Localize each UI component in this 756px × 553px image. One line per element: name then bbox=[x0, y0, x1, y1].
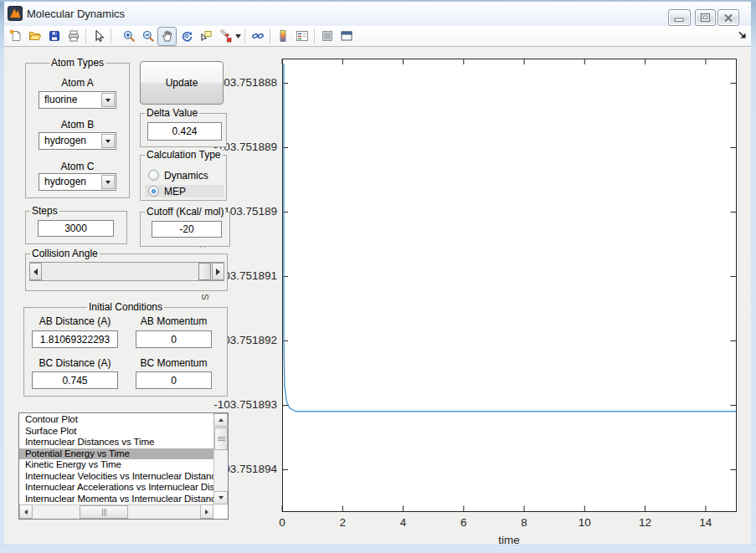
minimize-button[interactable] bbox=[668, 9, 691, 26]
x-tick-label: 10 bbox=[559, 516, 609, 529]
scroll-up-arrow[interactable] bbox=[213, 413, 228, 427]
scroll-down-arrow[interactable] bbox=[213, 491, 228, 504]
window-border-top bbox=[0, 0, 756, 2]
brush-dropdown-caret[interactable] bbox=[234, 27, 242, 46]
list-item[interactable]: Internuclear Accelerations vs Internucle… bbox=[19, 482, 213, 494]
radio-icon[interactable] bbox=[148, 170, 159, 181]
window-border-right bbox=[751, 0, 756, 553]
atom-b-label: Atom B bbox=[39, 119, 116, 131]
steps-field[interactable]: 3000 bbox=[38, 220, 114, 237]
horizontal-scrollbar[interactable] bbox=[19, 504, 213, 519]
window-border-bottom bbox=[0, 545, 756, 553]
x-tick-label: 14 bbox=[681, 516, 731, 529]
bc-momentum-field[interactable]: 0 bbox=[136, 371, 212, 389]
ab-momentum-label: AB Momentum bbox=[136, 315, 212, 327]
chevron-down-icon[interactable] bbox=[101, 134, 115, 148]
insert-legend-button[interactable] bbox=[292, 27, 311, 46]
chevron-down-icon[interactable] bbox=[101, 93, 115, 107]
radio-label: Dynamics bbox=[164, 170, 208, 182]
atom-c-label: Atom C bbox=[39, 161, 116, 172]
panel-title: Steps bbox=[30, 205, 59, 217]
delta-value-field[interactable]: 0.424 bbox=[147, 122, 222, 141]
atom-a-dropdown[interactable]: fluorine bbox=[39, 91, 116, 109]
toolbar-overflow-icon[interactable] bbox=[738, 30, 748, 40]
toolbar bbox=[4, 26, 751, 47]
list-item[interactable]: Internuclear Distances vs Time bbox=[19, 437, 213, 448]
window-border-left bbox=[0, 0, 4, 553]
zoom-out-button[interactable] bbox=[138, 27, 157, 46]
radio-icon-selected[interactable] bbox=[148, 186, 159, 197]
maximize-button[interactable] bbox=[695, 9, 716, 26]
atom-c-value: hydrogen bbox=[44, 176, 86, 187]
list-item[interactable]: Kinetic Energy vs Time bbox=[19, 459, 213, 471]
toolbar-separator bbox=[314, 28, 315, 44]
panel-title: Atom Types bbox=[49, 57, 105, 69]
slider-thumb[interactable] bbox=[198, 263, 211, 280]
radio-mep[interactable]: MEP bbox=[145, 185, 224, 197]
insert-colorbar-button[interactable] bbox=[273, 27, 292, 46]
scroll-right-arrow[interactable] bbox=[200, 504, 213, 519]
panel-title: Delta Value bbox=[145, 107, 199, 119]
matlab-icon bbox=[8, 6, 23, 21]
list-item[interactable]: Internuclear Velocities vs Internuclear … bbox=[19, 471, 213, 483]
print-figure-button[interactable] bbox=[64, 27, 83, 46]
update-button[interactable]: Update bbox=[140, 61, 224, 105]
zoom-in-button[interactable] bbox=[119, 27, 138, 46]
list-item[interactable]: Internuclear Momenta vs Internuclear Dis… bbox=[19, 494, 213, 505]
panel-title: Cutoff (Kcal/ mol) bbox=[145, 206, 225, 218]
horizontal-scroll-thumb[interactable] bbox=[80, 505, 128, 519]
slider-left-arrow[interactable] bbox=[29, 263, 42, 280]
save-figure-button[interactable] bbox=[44, 27, 64, 46]
rotate-3d-button[interactable] bbox=[177, 27, 196, 46]
window-title: Molecular Dynamics bbox=[27, 8, 125, 20]
atom-a-value: fluorine bbox=[44, 94, 77, 105]
chevron-down-icon[interactable] bbox=[101, 175, 115, 189]
close-button[interactable] bbox=[717, 9, 739, 26]
cutoff-field[interactable]: -20 bbox=[152, 221, 222, 238]
ab-distance-field[interactable]: 1.81069322293 bbox=[32, 330, 118, 348]
ylabel-fragment: S bbox=[200, 294, 210, 300]
brush-data-button[interactable] bbox=[215, 27, 234, 46]
atom-b-dropdown[interactable]: hydrogen bbox=[39, 132, 116, 150]
collision-angle-slider[interactable] bbox=[29, 262, 224, 281]
radio-label: MEP bbox=[164, 186, 186, 197]
x-tick-label: 4 bbox=[378, 516, 429, 529]
show-plot-tools-button[interactable] bbox=[337, 27, 356, 46]
scroll-left-arrow[interactable] bbox=[19, 504, 33, 519]
hide-plot-tools-button[interactable] bbox=[317, 27, 337, 46]
bc-distance-field[interactable]: 0.745 bbox=[32, 371, 118, 389]
ab-distance-label: AB Distance (A) bbox=[32, 315, 118, 327]
list-item[interactable]: Contour Plot bbox=[19, 414, 213, 426]
new-figure-button[interactable] bbox=[6, 27, 25, 46]
data-cursor-button[interactable] bbox=[196, 27, 215, 46]
x-tick-label: 12 bbox=[620, 516, 671, 529]
x-tick-label: 0 bbox=[257, 516, 307, 529]
slider-right-arrow[interactable] bbox=[212, 263, 224, 280]
x-tick-label: 2 bbox=[317, 516, 368, 529]
panel-title: Collision Angle bbox=[30, 248, 100, 259]
bc-distance-label: BC Distance (A) bbox=[32, 357, 118, 369]
list-item[interactable]: Potential Energy vs Time bbox=[19, 448, 213, 460]
link-plot-button[interactable] bbox=[248, 27, 267, 46]
vertical-scroll-thumb[interactable] bbox=[214, 428, 228, 450]
toolbar-separator bbox=[85, 28, 86, 44]
toolbar-separator bbox=[244, 28, 245, 44]
atom-b-value: hydrogen bbox=[44, 135, 86, 146]
edit-plot-button[interactable] bbox=[89, 27, 108, 46]
panel-title: Calculation Type bbox=[145, 149, 223, 161]
list-item[interactable]: Surface Plot bbox=[19, 426, 213, 438]
toolbar-separator bbox=[111, 28, 111, 44]
vertical-scrollbar[interactable] bbox=[213, 413, 228, 504]
panel-title: Initial Conditions bbox=[87, 301, 164, 313]
radio-dynamics[interactable]: Dynamics bbox=[145, 169, 224, 182]
pan-button[interactable] bbox=[157, 27, 177, 46]
bc-momentum-label: BC Momentum bbox=[136, 357, 212, 369]
ab-momentum-field[interactable]: 0 bbox=[136, 330, 212, 348]
open-file-button[interactable] bbox=[25, 27, 44, 46]
y-tick-label: -103.751893 bbox=[202, 398, 277, 411]
plot-type-listbox[interactable]: Contour PlotSurface PlotInternuclear Dis… bbox=[18, 412, 229, 520]
atom-c-dropdown[interactable]: hydrogen bbox=[39, 173, 116, 191]
toolbar-separator bbox=[270, 28, 270, 44]
x-tick-label: 6 bbox=[439, 516, 489, 529]
atom-a-label: Atom A bbox=[39, 77, 116, 89]
